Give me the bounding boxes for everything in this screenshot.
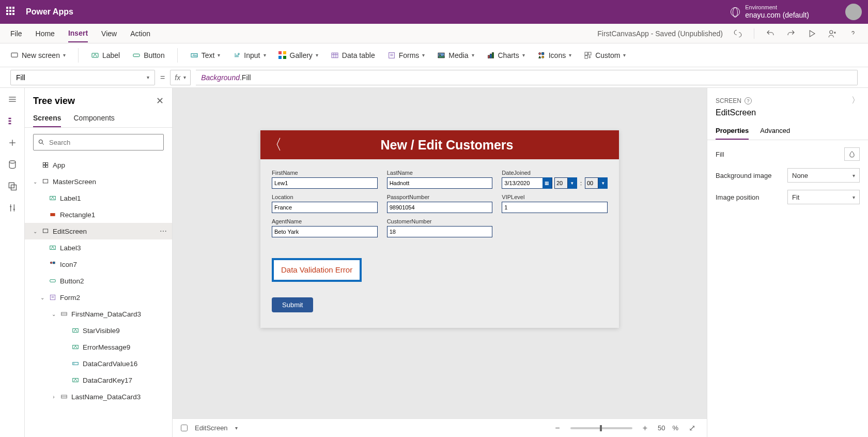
ribbon-gallery[interactable]: Gallery▾ [278,51,318,59]
advanced-tools-icon[interactable] [7,203,18,213]
chevron-down-icon[interactable]: ▾ [568,177,577,189]
ribbon-data-table[interactable]: Data table [331,51,375,59]
location-input[interactable] [272,202,378,213]
back-icon[interactable]: 〈 [268,135,282,155]
ribbon-text[interactable]: Abc Text▾ [190,51,221,59]
data-rail-icon[interactable] [7,159,18,170]
tab-screens[interactable]: Screens [33,110,61,127]
undo-icon[interactable] [766,29,775,38]
tree-node-firstname_datacard3[interactable]: ⌄FirstName_DataCard3 [25,306,172,322]
breadcrumb-checkbox[interactable] [181,425,188,431]
tree-node-button2[interactable]: Button2 [25,273,172,289]
share-icon[interactable] [828,29,837,38]
ribbon-new-screen[interactable]: New screen▾ [10,51,66,59]
datejoined-mm[interactable]: 00 [585,177,598,189]
lastname-input[interactable] [387,177,493,189]
user-avatar[interactable] [845,4,862,20]
expand-icon[interactable]: 〉 [851,95,860,106]
svg-rect-7 [332,53,338,57]
firstname-input[interactable] [272,177,378,189]
tab-advanced[interactable]: Advanced [760,123,790,140]
tree-search[interactable] [33,134,164,150]
menu-insert[interactable]: Insert [68,25,88,42]
help-icon[interactable]: ? [745,97,752,104]
canvas-footer: EditScreen ▾ − + 50 % ⤢ [173,418,707,437]
media-rail-icon[interactable] [7,181,18,191]
app-screen-editscreen[interactable]: 〈 New / Edit Customers FirstName LastNam… [260,130,619,328]
bgimage-select[interactable]: None▾ [787,168,860,183]
svg-rect-30 [50,213,55,216]
tree-view-panel: Tree view ✕ Screens Components App⌄Maste… [25,88,173,437]
tree-view-icon[interactable] [7,116,18,126]
tree-node-masterscreen[interactable]: ⌄MasterScreen [25,173,172,190]
tree-node-starvisible9[interactable]: StarVisible9 [25,322,172,339]
passport-input[interactable] [387,202,493,213]
breadcrumb-label[interactable]: EditScreen [195,424,228,432]
tree-node-label1[interactable]: Label1 [25,190,172,206]
zoom-out-button[interactable]: − [552,424,563,433]
tab-properties[interactable]: Properties [716,123,749,140]
tree-search-input[interactable] [49,139,159,146]
menu-view[interactable]: View [101,25,117,42]
datejoined-date[interactable]: 3/13/2020▦ [502,177,552,189]
menu-action[interactable]: Action [130,25,150,42]
fx-button[interactable]: fx▾ [170,70,191,85]
tree-node-datacardkey17[interactable]: DataCardKey17 [25,372,172,388]
tree-node-label3[interactable]: Label3 [25,239,172,256]
screen-type-label: SCREEN [716,97,741,104]
tree-node-datacardvalue16[interactable]: DataCardValue16 [25,355,172,372]
zoom-in-button[interactable]: + [640,424,650,433]
redo-icon[interactable] [786,29,796,38]
formula-bar: Fill▾ = fx▾ Background.Fill [0,67,868,88]
validation-error-label[interactable]: Data Validation Error [272,258,362,282]
ribbon-button[interactable]: Button [132,51,164,59]
viplevel-input[interactable] [502,202,608,213]
help-icon[interactable] [848,29,858,38]
waffle-icon[interactable] [6,7,17,17]
close-icon[interactable]: ✕ [156,95,164,107]
field-lastname: LastName [387,170,493,189]
submit-button[interactable]: Submit [272,297,313,312]
ribbon-custom[interactable]: Custom▾ [584,51,626,59]
svg-point-10 [440,54,441,55]
customernumber-input[interactable] [387,226,493,237]
ribbon-input[interactable]: Input▾ [233,51,266,59]
app-checker-icon[interactable] [733,29,742,38]
canvas-area[interactable]: 〈 New / Edit Customers FirstName LastNam… [173,88,707,418]
menu-file[interactable]: File [10,25,22,42]
fill-color-button[interactable] [844,147,860,161]
ribbon-charts[interactable]: Charts▾ [487,51,525,59]
field-firstname: FirstName [272,170,378,189]
text-icon: Abc [190,51,198,59]
ribbon-forms[interactable]: Forms▾ [388,51,425,59]
tree-node-editscreen[interactable]: ⌄EditScreen⋯ [25,223,172,239]
environment-block[interactable]: Environment enayu.com (default) [731,4,809,20]
imgpos-select[interactable]: Fit▾ [787,190,860,204]
menu-home[interactable]: Home [36,25,55,42]
calendar-icon[interactable]: ▦ [542,177,552,189]
insert-rail-icon[interactable] [7,138,18,148]
tree-node-errormessage9[interactable]: ErrorMessage9 [25,339,172,355]
chevron-down-icon[interactable]: ▾ [598,177,608,189]
tree-node-lastname_datacard3[interactable]: ›LastName_DataCard3 [25,388,172,405]
forms-icon [388,51,396,59]
ribbon-icons[interactable]: Icons▾ [537,51,571,59]
screen-name: EditScreen [707,108,868,123]
tree-node-app[interactable]: App [25,157,172,173]
tree-node-icon7[interactable]: Icon7 [25,256,172,273]
zoom-slider[interactable] [570,427,632,429]
property-selector[interactable]: Fill▾ [10,70,155,85]
hamburger-icon[interactable] [7,94,18,104]
agentname-input[interactable] [272,226,378,237]
datejoined-hh[interactable]: 20 [554,177,568,189]
formula-input[interactable]: Background.Fill [196,70,858,85]
ribbon-label[interactable]: Label [91,51,120,59]
fit-to-window-button[interactable]: ⤢ [686,423,699,433]
environment-name: enayu.com (default) [745,11,809,20]
ribbon-media[interactable]: Media▾ [437,51,474,59]
tree-node-rectangle1[interactable]: Rectangle1 [25,206,172,223]
play-icon[interactable] [807,29,816,38]
left-rail [0,88,25,437]
tab-components[interactable]: Components [73,110,114,127]
tree-node-form2[interactable]: ⌄Form2 [25,289,172,306]
